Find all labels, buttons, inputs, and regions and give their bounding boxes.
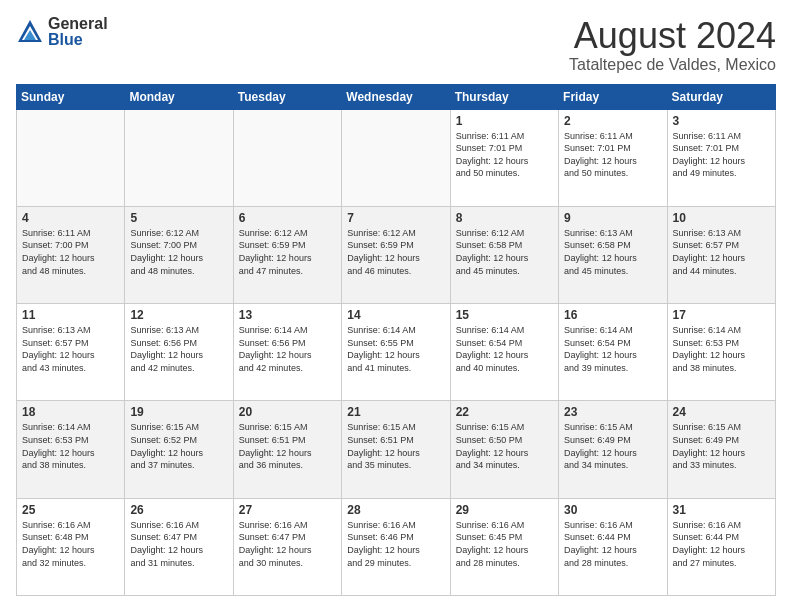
day-number: 21 bbox=[347, 405, 444, 419]
day-info: Sunrise: 6:15 AM Sunset: 6:50 PM Dayligh… bbox=[456, 421, 553, 471]
day-number: 5 bbox=[130, 211, 227, 225]
calendar-cell: 1Sunrise: 6:11 AM Sunset: 7:01 PM Daylig… bbox=[450, 109, 558, 206]
day-info: Sunrise: 6:14 AM Sunset: 6:54 PM Dayligh… bbox=[564, 324, 661, 374]
calendar-cell: 21Sunrise: 6:15 AM Sunset: 6:51 PM Dayli… bbox=[342, 401, 450, 498]
calendar-cell: 23Sunrise: 6:15 AM Sunset: 6:49 PM Dayli… bbox=[559, 401, 667, 498]
calendar-cell: 27Sunrise: 6:16 AM Sunset: 6:47 PM Dayli… bbox=[233, 498, 341, 595]
day-info: Sunrise: 6:16 AM Sunset: 6:47 PM Dayligh… bbox=[239, 519, 336, 569]
day-info: Sunrise: 6:13 AM Sunset: 6:57 PM Dayligh… bbox=[22, 324, 119, 374]
day-info: Sunrise: 6:16 AM Sunset: 6:46 PM Dayligh… bbox=[347, 519, 444, 569]
calendar-cell: 17Sunrise: 6:14 AM Sunset: 6:53 PM Dayli… bbox=[667, 304, 775, 401]
calendar-cell bbox=[125, 109, 233, 206]
calendar-cell: 30Sunrise: 6:16 AM Sunset: 6:44 PM Dayli… bbox=[559, 498, 667, 595]
calendar-cell: 8Sunrise: 6:12 AM Sunset: 6:58 PM Daylig… bbox=[450, 206, 558, 303]
day-info: Sunrise: 6:11 AM Sunset: 7:00 PM Dayligh… bbox=[22, 227, 119, 277]
calendar-cell bbox=[342, 109, 450, 206]
calendar-week-1: 4Sunrise: 6:11 AM Sunset: 7:00 PM Daylig… bbox=[17, 206, 776, 303]
calendar-cell: 3Sunrise: 6:11 AM Sunset: 7:01 PM Daylig… bbox=[667, 109, 775, 206]
day-info: Sunrise: 6:13 AM Sunset: 6:56 PM Dayligh… bbox=[130, 324, 227, 374]
header-thursday: Thursday bbox=[450, 84, 558, 109]
day-info: Sunrise: 6:11 AM Sunset: 7:01 PM Dayligh… bbox=[456, 130, 553, 180]
day-info: Sunrise: 6:15 AM Sunset: 6:52 PM Dayligh… bbox=[130, 421, 227, 471]
header-monday: Monday bbox=[125, 84, 233, 109]
calendar-cell: 7Sunrise: 6:12 AM Sunset: 6:59 PM Daylig… bbox=[342, 206, 450, 303]
day-info: Sunrise: 6:15 AM Sunset: 6:51 PM Dayligh… bbox=[347, 421, 444, 471]
day-number: 7 bbox=[347, 211, 444, 225]
header-wednesday: Wednesday bbox=[342, 84, 450, 109]
calendar-cell: 29Sunrise: 6:16 AM Sunset: 6:45 PM Dayli… bbox=[450, 498, 558, 595]
day-number: 16 bbox=[564, 308, 661, 322]
calendar-cell bbox=[233, 109, 341, 206]
day-info: Sunrise: 6:12 AM Sunset: 6:59 PM Dayligh… bbox=[239, 227, 336, 277]
day-number: 2 bbox=[564, 114, 661, 128]
calendar-cell: 5Sunrise: 6:12 AM Sunset: 7:00 PM Daylig… bbox=[125, 206, 233, 303]
logo-icon bbox=[16, 18, 44, 46]
day-number: 4 bbox=[22, 211, 119, 225]
calendar-cell: 18Sunrise: 6:14 AM Sunset: 6:53 PM Dayli… bbox=[17, 401, 125, 498]
calendar-cell: 4Sunrise: 6:11 AM Sunset: 7:00 PM Daylig… bbox=[17, 206, 125, 303]
calendar-week-2: 11Sunrise: 6:13 AM Sunset: 6:57 PM Dayli… bbox=[17, 304, 776, 401]
day-number: 14 bbox=[347, 308, 444, 322]
day-info: Sunrise: 6:11 AM Sunset: 7:01 PM Dayligh… bbox=[564, 130, 661, 180]
day-info: Sunrise: 6:16 AM Sunset: 6:47 PM Dayligh… bbox=[130, 519, 227, 569]
header-saturday: Saturday bbox=[667, 84, 775, 109]
calendar: Sunday Monday Tuesday Wednesday Thursday… bbox=[16, 84, 776, 596]
main-title: August 2024 bbox=[569, 16, 776, 56]
header: General Blue August 2024 Tataltepec de V… bbox=[16, 16, 776, 74]
subtitle: Tataltepec de Valdes, Mexico bbox=[569, 56, 776, 74]
day-info: Sunrise: 6:13 AM Sunset: 6:58 PM Dayligh… bbox=[564, 227, 661, 277]
day-number: 18 bbox=[22, 405, 119, 419]
day-info: Sunrise: 6:14 AM Sunset: 6:54 PM Dayligh… bbox=[456, 324, 553, 374]
calendar-cell: 15Sunrise: 6:14 AM Sunset: 6:54 PM Dayli… bbox=[450, 304, 558, 401]
logo-blue-text: Blue bbox=[48, 32, 108, 48]
calendar-cell: 11Sunrise: 6:13 AM Sunset: 6:57 PM Dayli… bbox=[17, 304, 125, 401]
day-info: Sunrise: 6:14 AM Sunset: 6:55 PM Dayligh… bbox=[347, 324, 444, 374]
day-info: Sunrise: 6:14 AM Sunset: 6:56 PM Dayligh… bbox=[239, 324, 336, 374]
calendar-cell: 19Sunrise: 6:15 AM Sunset: 6:52 PM Dayli… bbox=[125, 401, 233, 498]
calendar-cell: 9Sunrise: 6:13 AM Sunset: 6:58 PM Daylig… bbox=[559, 206, 667, 303]
logo-text: General Blue bbox=[48, 16, 108, 48]
calendar-cell: 16Sunrise: 6:14 AM Sunset: 6:54 PM Dayli… bbox=[559, 304, 667, 401]
day-info: Sunrise: 6:14 AM Sunset: 6:53 PM Dayligh… bbox=[673, 324, 770, 374]
day-number: 30 bbox=[564, 503, 661, 517]
header-sunday: Sunday bbox=[17, 84, 125, 109]
day-number: 12 bbox=[130, 308, 227, 322]
day-info: Sunrise: 6:15 AM Sunset: 6:49 PM Dayligh… bbox=[673, 421, 770, 471]
day-number: 31 bbox=[673, 503, 770, 517]
calendar-cell: 25Sunrise: 6:16 AM Sunset: 6:48 PM Dayli… bbox=[17, 498, 125, 595]
day-info: Sunrise: 6:14 AM Sunset: 6:53 PM Dayligh… bbox=[22, 421, 119, 471]
calendar-cell: 10Sunrise: 6:13 AM Sunset: 6:57 PM Dayli… bbox=[667, 206, 775, 303]
day-number: 28 bbox=[347, 503, 444, 517]
day-number: 19 bbox=[130, 405, 227, 419]
day-number: 25 bbox=[22, 503, 119, 517]
day-number: 15 bbox=[456, 308, 553, 322]
day-number: 1 bbox=[456, 114, 553, 128]
day-info: Sunrise: 6:16 AM Sunset: 6:48 PM Dayligh… bbox=[22, 519, 119, 569]
day-number: 26 bbox=[130, 503, 227, 517]
calendar-week-4: 25Sunrise: 6:16 AM Sunset: 6:48 PM Dayli… bbox=[17, 498, 776, 595]
header-tuesday: Tuesday bbox=[233, 84, 341, 109]
title-block: August 2024 Tataltepec de Valdes, Mexico bbox=[569, 16, 776, 74]
calendar-week-3: 18Sunrise: 6:14 AM Sunset: 6:53 PM Dayli… bbox=[17, 401, 776, 498]
page: General Blue August 2024 Tataltepec de V… bbox=[0, 0, 792, 612]
day-number: 11 bbox=[22, 308, 119, 322]
day-info: Sunrise: 6:13 AM Sunset: 6:57 PM Dayligh… bbox=[673, 227, 770, 277]
calendar-header-row: Sunday Monday Tuesday Wednesday Thursday… bbox=[17, 84, 776, 109]
calendar-cell: 22Sunrise: 6:15 AM Sunset: 6:50 PM Dayli… bbox=[450, 401, 558, 498]
day-number: 6 bbox=[239, 211, 336, 225]
day-info: Sunrise: 6:16 AM Sunset: 6:44 PM Dayligh… bbox=[564, 519, 661, 569]
day-number: 20 bbox=[239, 405, 336, 419]
day-number: 29 bbox=[456, 503, 553, 517]
day-number: 27 bbox=[239, 503, 336, 517]
calendar-cell bbox=[17, 109, 125, 206]
calendar-cell: 14Sunrise: 6:14 AM Sunset: 6:55 PM Dayli… bbox=[342, 304, 450, 401]
day-number: 9 bbox=[564, 211, 661, 225]
day-info: Sunrise: 6:15 AM Sunset: 6:51 PM Dayligh… bbox=[239, 421, 336, 471]
logo-general-text: General bbox=[48, 16, 108, 32]
calendar-week-0: 1Sunrise: 6:11 AM Sunset: 7:01 PM Daylig… bbox=[17, 109, 776, 206]
calendar-cell: 24Sunrise: 6:15 AM Sunset: 6:49 PM Dayli… bbox=[667, 401, 775, 498]
logo: General Blue bbox=[16, 16, 108, 48]
header-friday: Friday bbox=[559, 84, 667, 109]
day-number: 22 bbox=[456, 405, 553, 419]
day-number: 17 bbox=[673, 308, 770, 322]
